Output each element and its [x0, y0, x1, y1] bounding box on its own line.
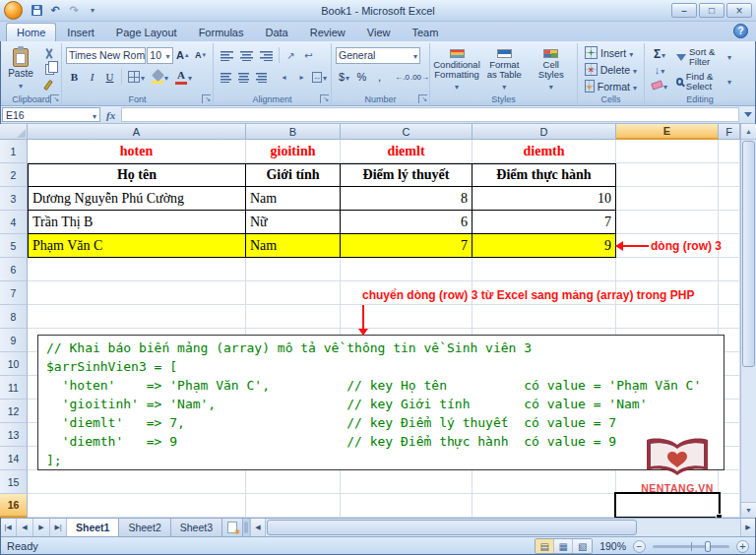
- cell[interactable]: [719, 281, 740, 305]
- cell[interactable]: [341, 305, 472, 329]
- row-header[interactable]: 7: [0, 281, 28, 305]
- vertical-scroll-thumb[interactable]: [742, 141, 755, 367]
- row-header[interactable]: 8: [0, 305, 28, 329]
- formula-input[interactable]: [121, 107, 739, 122]
- cell[interactable]: [341, 494, 472, 518]
- increase-indent-button[interactable]: [293, 68, 310, 86]
- horizontal-scrollbar[interactable]: [249, 519, 756, 536]
- cell[interactable]: [246, 494, 341, 518]
- sort-filter-button[interactable]: Sort & Filter: [673, 45, 734, 69]
- zoom-in-button[interactable]: [736, 540, 749, 553]
- cell[interactable]: [28, 281, 246, 305]
- cut-button[interactable]: [39, 46, 57, 61]
- tab-data[interactable]: Data: [254, 23, 298, 41]
- align-left-button[interactable]: [218, 68, 234, 86]
- scroll-down-icon[interactable]: [741, 502, 756, 518]
- decrease-decimal-button[interactable]: [411, 68, 428, 86]
- zoom-out-button[interactable]: [633, 540, 646, 553]
- qat-dropdown-button[interactable]: [84, 3, 101, 19]
- row-header[interactable]: 14: [0, 447, 28, 470]
- scroll-left-icon[interactable]: [250, 519, 266, 536]
- comma-style-button[interactable]: ,: [371, 68, 388, 86]
- insert-function-button[interactable]: fx: [103, 109, 118, 121]
- percent-button[interactable]: %: [353, 68, 370, 86]
- copy-button[interactable]: [39, 62, 57, 77]
- row-header[interactable]: 16: [0, 494, 28, 518]
- tab-review[interactable]: Review: [299, 23, 356, 41]
- wrap-text-button[interactable]: [300, 46, 317, 64]
- sheet-tab-sheet1[interactable]: Sheet1: [67, 519, 119, 536]
- column-header-e[interactable]: E: [616, 124, 719, 140]
- cell[interactable]: [719, 187, 740, 211]
- cell[interactable]: diemlt: [341, 140, 472, 163]
- maximize-button[interactable]: [699, 3, 724, 18]
- cell[interactable]: [616, 211, 719, 234]
- select-all-corner[interactable]: [0, 124, 28, 140]
- name-box[interactable]: E16: [2, 107, 100, 122]
- zoom-level[interactable]: 190%: [599, 540, 626, 552]
- cell[interactable]: [719, 305, 740, 329]
- cell[interactable]: 8: [341, 187, 472, 211]
- fill-button[interactable]: [649, 62, 670, 77]
- cell[interactable]: 9: [472, 234, 616, 258]
- cell[interactable]: gioitinh: [246, 140, 341, 163]
- row-header[interactable]: 9: [0, 329, 28, 352]
- column-header-b[interactable]: B: [246, 124, 341, 140]
- help-button[interactable]: [733, 24, 748, 38]
- cell[interactable]: [472, 494, 616, 518]
- cell[interactable]: [472, 258, 616, 281]
- clear-button[interactable]: [649, 78, 670, 92]
- row-header[interactable]: 13: [0, 423, 28, 447]
- row-header[interactable]: 15: [0, 470, 28, 494]
- cell[interactable]: [719, 258, 740, 281]
- row-header[interactable]: 4: [0, 211, 28, 234]
- expand-formula-bar-button[interactable]: [742, 109, 754, 121]
- cell[interactable]: Phạm Văn C: [28, 234, 246, 258]
- format-painter-button[interactable]: [39, 78, 57, 92]
- insert-cells-button[interactable]: Insert: [582, 45, 640, 60]
- conditional-formatting-button[interactable]: Conditional Formatting: [434, 45, 479, 93]
- row-header[interactable]: 11: [0, 376, 28, 400]
- column-header-a[interactable]: A: [28, 124, 246, 140]
- align-center-button[interactable]: [235, 68, 252, 86]
- page-break-view-button[interactable]: [573, 539, 592, 553]
- horizontal-scroll-thumb[interactable]: [267, 520, 637, 535]
- italic-button[interactable]: I: [84, 68, 100, 86]
- autosum-button[interactable]: Σ: [649, 46, 670, 61]
- increase-decimal-button[interactable]: [394, 68, 410, 86]
- cell[interactable]: [616, 305, 719, 329]
- row-header[interactable]: 5: [0, 234, 28, 258]
- save-button[interactable]: [28, 3, 45, 19]
- tab-view[interactable]: View: [356, 23, 402, 41]
- active-cell-selection[interactable]: [614, 492, 721, 518]
- cell[interactable]: [28, 494, 246, 518]
- align-bottom-button[interactable]: [257, 46, 276, 64]
- redo-button[interactable]: [65, 3, 83, 19]
- cell[interactable]: Dương Nguyễn Phú Cường: [28, 187, 246, 211]
- tab-splitter-handle[interactable]: [244, 522, 248, 533]
- tab-team[interactable]: Team: [401, 23, 449, 41]
- find-select-button[interactable]: Find & Select: [673, 70, 734, 93]
- cell[interactable]: Giới tính: [246, 163, 341, 187]
- cell[interactable]: [616, 258, 719, 281]
- currency-button[interactable]: $: [336, 68, 352, 86]
- row-header[interactable]: 3: [0, 187, 28, 211]
- cell[interactable]: 6: [341, 211, 472, 234]
- insert-worksheet-tab[interactable]: [222, 519, 243, 536]
- column-header-c[interactable]: C: [341, 124, 472, 140]
- close-button[interactable]: [726, 3, 752, 18]
- row-header[interactable]: 12: [0, 400, 28, 423]
- column-header-d[interactable]: D: [472, 124, 616, 140]
- cell[interactable]: [341, 258, 472, 281]
- cell[interactable]: [472, 305, 616, 329]
- cell[interactable]: 10: [472, 187, 616, 211]
- tab-insert[interactable]: Insert: [56, 23, 105, 41]
- underline-button[interactable]: U: [101, 68, 118, 86]
- column-header-f[interactable]: F: [719, 124, 740, 140]
- cell-styles-button[interactable]: Cell Styles: [530, 45, 574, 93]
- fill-color-button[interactable]: [149, 68, 171, 86]
- delete-cells-button[interactable]: Delete: [582, 62, 640, 77]
- cell[interactable]: [719, 234, 740, 258]
- row-header[interactable]: 6: [0, 258, 28, 281]
- cell[interactable]: [472, 470, 616, 494]
